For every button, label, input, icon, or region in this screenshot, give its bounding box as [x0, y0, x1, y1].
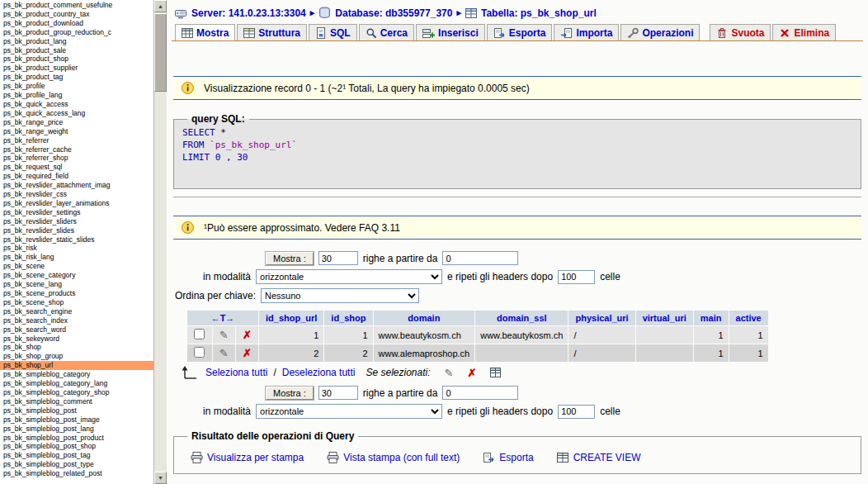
sidebar-item[interactable]: ps_bk_simpleblog_post_product [0, 434, 153, 443]
start-row-input[interactable] [442, 386, 518, 400]
export-link[interactable]: Esporta [483, 452, 533, 463]
sidebar-item[interactable]: ps_bk_search_engine [0, 307, 153, 316]
sidebar-item[interactable]: ps_bk_revslider_settings [0, 208, 153, 217]
sidebar-item[interactable]: ps_bk_product_shop [0, 55, 153, 64]
sidebar-item[interactable]: ps_bk_simpleblog_category_lang [0, 379, 153, 388]
delete-x-icon[interactable]: ✗ [243, 347, 252, 359]
scrollbar-thumb[interactable] [154, 13, 167, 92]
breadcrumb-server-link[interactable]: Server: 141.0.23.13:3304 [191, 7, 306, 19]
column-header[interactable]: main [694, 311, 729, 325]
show-button[interactable]: Mostra : [266, 252, 314, 265]
breadcrumb-table-link[interactable]: Tabella: ps_bk_shop_url [481, 7, 597, 19]
sidebar-item[interactable]: ps_bk_simpleblog_post_type [0, 460, 153, 469]
sidebar-item[interactable]: ps_bk_search_word [0, 325, 153, 335]
column-header[interactable]: physical_uri [568, 311, 634, 325]
sidebar-item[interactable]: ps_bk_simpleblog_post_shop [0, 442, 153, 451]
repeat-headers-input[interactable] [558, 405, 595, 419]
sidebar-item[interactable]: ps_bk_product_comment_usefulne [0, 1, 153, 10]
edit-pencil-icon[interactable]: ✎ [219, 347, 229, 359]
sidebar-item[interactable]: ps_bk_simpleblog_category_shop [0, 388, 153, 397]
delete-x-icon[interactable]: ✗ [243, 329, 252, 341]
sidebar-item[interactable]: ps_bk_simpleblog_related_post [0, 469, 153, 478]
repeat-headers-input[interactable] [558, 270, 595, 284]
breadcrumb-database-link[interactable]: Database: db355977_370 [335, 7, 452, 19]
edit-pencil-icon[interactable]: ✎ [219, 329, 229, 341]
sidebar-item[interactable]: ps_bk_scene [0, 262, 153, 271]
tab-structure[interactable]: Struttura [237, 24, 307, 40]
sidebar-item[interactable]: ps_bk_profile [0, 82, 153, 91]
column-header[interactable]: active [729, 311, 768, 325]
tab-browse[interactable]: Mostra [175, 24, 235, 40]
sidebar-item[interactable]: ps_bk_product_supplier [0, 64, 153, 73]
tab-export[interactable]: Esporta [487, 24, 553, 40]
tab-empty[interactable]: Svuota [710, 24, 771, 40]
sidebar-item[interactable]: ps_bk_referrer_cache [0, 145, 153, 154]
tab-search[interactable]: Cerca [359, 24, 414, 40]
sidebar-item[interactable]: ps_bk_shop [0, 343, 153, 352]
tab-operations[interactable]: Operazioni [620, 24, 700, 40]
column-header[interactable]: id_shop_url [259, 311, 323, 325]
sidebar-item[interactable]: ps_bk_risk [0, 244, 153, 253]
sidebar-scrollbar[interactable]: ▲ ▼ [153, 0, 167, 484]
sidebar-item[interactable]: ps_bk_revslider_attachment_imag [0, 181, 153, 190]
delete-selected-x-icon[interactable]: ✗ [467, 367, 476, 379]
sidebar-item[interactable]: ps_bk_simpleblog_post_lang [0, 425, 153, 434]
sort-key-select[interactable]: Nessuno [261, 288, 419, 303]
sidebar-item[interactable]: ps_bk_product_tag [0, 73, 153, 82]
sidebar-item[interactable]: ps_bk_revslider_layer_animations [0, 199, 153, 208]
print-view-link[interactable]: Visualizza per stampa [191, 452, 304, 463]
deselect-all-link[interactable]: Deseleziona tutti [282, 367, 356, 378]
tab-sql[interactable]: SQL [309, 24, 357, 40]
select-all-link[interactable]: Seleziona tutti [205, 367, 267, 378]
row-checkbox[interactable] [194, 329, 205, 339]
sidebar-item[interactable]: ps_bk_product_group_reduction_c [0, 28, 153, 37]
sidebar-item[interactable]: ps_bk_sekeyword [0, 335, 153, 344]
sidebar-item[interactable]: ps_bk_simpleblog_post_tag [0, 451, 153, 460]
sidebar-item[interactable]: ps_bk_shop_group [0, 352, 153, 361]
scroll-down-arrow-icon[interactable]: ▼ [154, 472, 167, 484]
edit-selected-pencil-icon[interactable]: ✎ [445, 367, 454, 379]
sidebar-item[interactable]: ps_bk_simpleblog_category [0, 370, 153, 379]
scroll-up-arrow-icon[interactable]: ▲ [154, 0, 167, 12]
sidebar-item[interactable]: ps_bk_request_sql [0, 163, 153, 172]
tab-drop[interactable]: Elimina [772, 24, 836, 40]
print-full-text-link[interactable]: Vista stampa (con full text) [327, 452, 460, 463]
tab-import[interactable]: Importa [554, 24, 619, 40]
sidebar-item[interactable]: ps_bk_scene_category [0, 271, 153, 280]
tab-insert[interactable]: Inserisci [416, 24, 485, 40]
sidebar-item[interactable]: ps_bk_revslider_sliders [0, 217, 153, 226]
sidebar-item[interactable]: ps_bk_simpleblog_post_image [0, 415, 153, 425]
mode-select[interactable]: orizzontale [256, 269, 442, 284]
sidebar-item[interactable]: ps_bk_simpleblog_post [0, 406, 153, 415]
sidebar-item[interactable]: ps_bk_revslider_static_slides [0, 235, 153, 244]
column-header[interactable]: domain [374, 311, 475, 325]
rows-count-input[interactable] [318, 251, 358, 265]
sidebar-item[interactable]: ps_bk_search_index [0, 316, 153, 325]
sidebar-item[interactable]: ps_bk_quick_access [0, 100, 153, 109]
sidebar-item[interactable]: ps_bk_scene_lang [0, 280, 153, 289]
sidebar-item[interactable]: ps_bk_simpleblog_comment [0, 397, 153, 406]
sidebar-item[interactable]: ps_bk_scene_products [0, 289, 153, 298]
sidebar-item[interactable]: ps_bk_product_lang [0, 37, 153, 46]
sidebar-item[interactable]: ps_bk_profile_lang [0, 91, 153, 100]
row-checkbox[interactable] [194, 347, 205, 358]
sidebar-item[interactable]: ps_bk_range_price [0, 118, 153, 127]
sidebar-item[interactable]: ps_bk_required_field [0, 172, 153, 181]
sidebar-item[interactable]: ps_bk_referrer_shop [0, 154, 153, 163]
show-button[interactable]: Mostra : [266, 387, 314, 400]
sidebar-item[interactable]: ps_bk_scene_shop [0, 298, 153, 307]
start-row-input[interactable] [442, 251, 518, 265]
column-header[interactable]: domain_ssl [475, 311, 568, 325]
sidebar-item[interactable]: ps_bk_quick_access_lang [0, 109, 153, 118]
sidebar-item[interactable]: ps_bk_revslider_slides [0, 226, 153, 235]
mode-select[interactable]: orizzontale [256, 404, 442, 419]
column-header[interactable]: id_shop [324, 311, 372, 325]
sidebar-item[interactable]: ps_bk_revslider_css [0, 190, 153, 199]
create-view-link[interactable]: CREATE VIEW [557, 452, 641, 463]
sidebar-item[interactable]: ps_bk_risk_lang [0, 253, 153, 262]
sidebar-item[interactable]: ps_bk_referrer [0, 136, 153, 145]
display-direction-toggle[interactable]: ←T→ [187, 311, 258, 325]
sidebar-item[interactable]: ps_bk_product_sale [0, 46, 153, 55]
export-selected-grid-icon[interactable] [490, 367, 502, 378]
sidebar-item[interactable]: ps_bk_shop_url [0, 361, 153, 370]
